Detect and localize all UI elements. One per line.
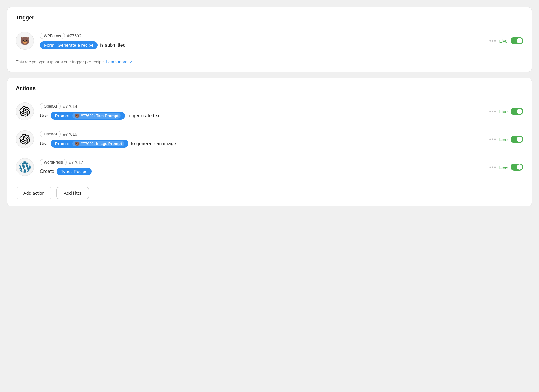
action-live-label-0: Live bbox=[499, 109, 508, 114]
action-description-1: Use Prompt: 🐻 #77602: Image Prompt to ge… bbox=[40, 140, 483, 148]
trigger-description-suffix: is submitted bbox=[100, 43, 125, 48]
action-item-right-0: ••• Live bbox=[489, 108, 523, 115]
openai-icon-1 bbox=[19, 134, 30, 145]
action-more-icon-1[interactable]: ••• bbox=[489, 136, 496, 143]
action-item-right-2: ••• Live bbox=[489, 164, 523, 171]
action-item-content-0: OpenAI #77614 Use Prompt: 🐻 #77602: Text… bbox=[40, 103, 483, 120]
actions-section-title: Actions bbox=[16, 85, 523, 92]
action-chip-1[interactable]: Prompt: 🐻 #77602: Image Prompt bbox=[51, 140, 128, 148]
action-chip-0[interactable]: Prompt: 🐻 #77602: Text Prompt bbox=[51, 112, 125, 120]
trigger-item-id: #77602 bbox=[67, 34, 81, 38]
action-item-0: OpenAI #77614 Use Prompt: 🐻 #77602: Text… bbox=[16, 98, 523, 125]
trigger-chip-label: Form: bbox=[44, 43, 56, 48]
action-avatar-2 bbox=[16, 158, 34, 176]
trigger-item-content: WPForms #77602 Form:Generate a recipe is… bbox=[40, 33, 483, 49]
action-more-icon-0[interactable]: ••• bbox=[489, 108, 496, 115]
action-plugin-label-0: OpenAI bbox=[40, 103, 61, 109]
action-prefix-1: Use bbox=[40, 141, 48, 146]
action-description-2: Create Type:Recipe bbox=[40, 168, 483, 175]
action-item-meta-1: OpenAI #77616 bbox=[40, 131, 483, 137]
action-item-meta-0: OpenAI #77614 bbox=[40, 103, 483, 109]
action-avatar-0 bbox=[16, 102, 34, 120]
action-chip-inner-0: 🐻 #77602: Text Prompt bbox=[72, 113, 121, 119]
trigger-section-title: Trigger bbox=[16, 15, 523, 21]
trigger-live-label: Live bbox=[499, 38, 508, 43]
action-prefix-0: Use bbox=[40, 113, 48, 119]
action-item-id-2: #77617 bbox=[69, 160, 83, 165]
trigger-info-text: This recipe type supports one trigger pe… bbox=[16, 55, 523, 64]
action-chip-label-1: Prompt: bbox=[55, 141, 71, 146]
wordpress-icon bbox=[19, 161, 31, 173]
action-item-1: OpenAI #77616 Use Prompt: 🐻 #77602: Imag… bbox=[16, 125, 523, 153]
action-more-icon-2[interactable]: ••• bbox=[489, 164, 496, 171]
trigger-item-right: ••• Live bbox=[489, 37, 523, 44]
add-filter-button[interactable]: Add filter bbox=[56, 187, 89, 199]
action-plugin-label-1: OpenAI bbox=[40, 131, 61, 137]
action-avatar-1 bbox=[16, 130, 34, 148]
action-chip-2[interactable]: Type:Recipe bbox=[57, 168, 92, 175]
action-toggle-1[interactable] bbox=[511, 136, 523, 143]
action-plugin-label-2: WordPress bbox=[40, 159, 67, 165]
action-live-label-1: Live bbox=[499, 137, 508, 142]
action-live-label-2: Live bbox=[499, 165, 508, 170]
action-chip-inner-1: 🐻 #77602: Image Prompt bbox=[72, 141, 124, 146]
action-toggle-0[interactable] bbox=[511, 108, 523, 115]
add-action-button[interactable]: Add action bbox=[16, 187, 52, 199]
action-item-content-1: OpenAI #77616 Use Prompt: 🐻 #77602: Imag… bbox=[40, 131, 483, 148]
openai-icon-0 bbox=[19, 106, 30, 117]
action-item-id-1: #77616 bbox=[63, 132, 77, 137]
trigger-item-meta: WPForms #77602 bbox=[40, 33, 483, 39]
trigger-plugin-label: WPForms bbox=[40, 33, 65, 39]
trigger-chip[interactable]: Form:Generate a recipe bbox=[40, 41, 98, 49]
action-toggle-2[interactable] bbox=[511, 164, 523, 171]
trigger-toggle[interactable] bbox=[511, 37, 523, 44]
action-prefix-2: Create bbox=[40, 169, 54, 174]
trigger-item: 🐻 WPForms #77602 Form:Generate a recipe … bbox=[16, 27, 523, 55]
trigger-item-description: Form:Generate a recipe is submitted bbox=[40, 41, 483, 49]
actions-bottom-bar: Add action Add filter bbox=[16, 181, 523, 199]
action-chip-value-2: Recipe bbox=[74, 169, 88, 174]
trigger-chip-value: Generate a recipe bbox=[57, 43, 93, 48]
actions-card: Actions OpenAI #77614 Use Prompt: 🐻 #776… bbox=[7, 78, 532, 206]
action-suffix-0: to generate text bbox=[127, 113, 161, 119]
action-suffix-1: to generate an image bbox=[131, 141, 176, 146]
trigger-learn-more-link[interactable]: Learn more ↗ bbox=[106, 60, 132, 64]
action-chip-label-0: Prompt: bbox=[55, 113, 71, 118]
action-item-meta-2: WordPress #77617 bbox=[40, 159, 483, 165]
action-chip-label-2: Type: bbox=[61, 169, 72, 174]
action-item-right-1: ••• Live bbox=[489, 136, 523, 143]
action-item-2: WordPress #77617 Create Type:Recipe ••• … bbox=[16, 153, 523, 181]
trigger-avatar: 🐻 bbox=[16, 32, 34, 50]
action-item-id-0: #77614 bbox=[63, 104, 77, 109]
trigger-more-icon[interactable]: ••• bbox=[489, 37, 496, 44]
action-item-content-2: WordPress #77617 Create Type:Recipe bbox=[40, 159, 483, 175]
trigger-card: Trigger 🐻 WPForms #77602 Form:Generate a… bbox=[7, 7, 532, 72]
action-description-0: Use Prompt: 🐻 #77602: Text Prompt to gen… bbox=[40, 112, 483, 120]
